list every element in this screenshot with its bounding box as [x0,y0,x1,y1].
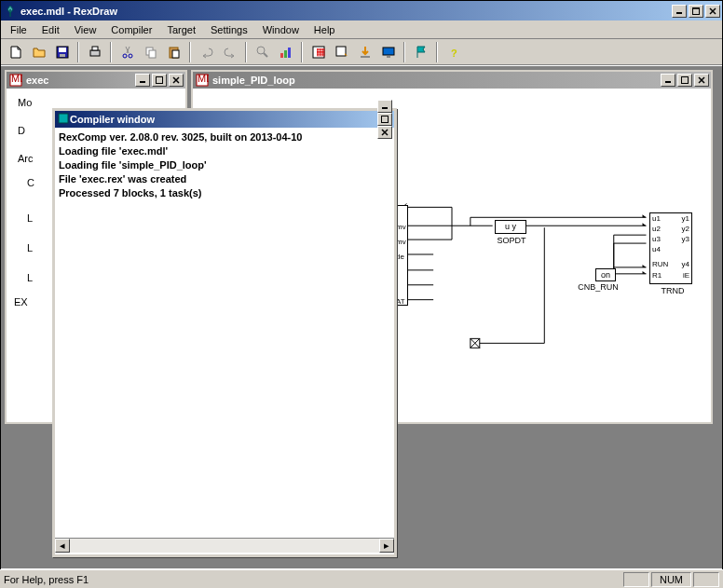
new-file-icon[interactable] [5,42,26,62]
app-title: exec.mdl - RexDraw [20,6,672,17]
compiler-hscrollbar[interactable]: ◂ ▸ [55,538,394,553]
svg-text:MDL: MDL [198,74,209,84]
svg-rect-20 [288,48,291,58]
menu-window[interactable]: Window [255,22,307,37]
cnb-block[interactable]: on [595,268,616,281]
menubar: File Edit View Compiler Target Settings … [1,21,722,39]
svg-rect-8 [90,50,100,56]
compiler-maximize-button[interactable] [377,113,392,126]
port-u4: u4 [652,245,661,253]
port-y2: y2 [682,225,689,233]
menu-help[interactable]: Help [307,22,343,37]
compiler-output[interactable]: RexComp ver. 2.08.0 rev. 3025, built on … [55,128,394,538]
scroll-track[interactable] [70,539,379,553]
compiler-close-button[interactable] [377,126,392,139]
status-pane-num: NUM [651,572,691,587]
compiler-line: RexComp ver. 2.08.0 rev. 3025, built on … [59,130,390,144]
svg-line-43 [471,338,480,348]
port-y4: y4 [682,260,689,268]
menu-edit[interactable]: Edit [34,22,67,37]
undo-icon[interactable] [196,42,217,62]
port-u3: u3 [652,235,661,243]
magnify-icon[interactable] [252,42,273,62]
compiler-line: Loading file 'simple_PID_loop' [59,158,390,172]
scroll-left-icon[interactable]: ◂ [55,539,70,553]
monitor-icon[interactable] [377,42,399,62]
open-file-icon[interactable] [28,42,49,62]
sopdt-block[interactable]: u y [495,220,526,234]
child-minimize-button[interactable] [661,74,675,87]
child-exec-title: exec [26,75,135,86]
svg-text:MDL: MDL [11,74,22,84]
sopdt-label: SOPDT [484,236,539,245]
svg-point-11 [129,54,132,58]
port-sat: AT [396,297,405,306]
child-maximize-button[interactable] [152,74,167,87]
menu-target[interactable]: Target [159,22,203,37]
toolbar-separator [436,42,438,62]
paste-icon[interactable] [163,42,184,62]
port-de: de [396,253,404,261]
compiler-title: Compiler window [70,114,377,125]
menu-view[interactable]: View [67,22,104,37]
status-pane-empty [623,572,649,587]
print-icon[interactable] [84,42,105,62]
svg-rect-26 [387,56,390,58]
svg-rect-37 [682,77,689,84]
child-close-button[interactable] [169,74,184,87]
toolbar-separator [189,42,191,62]
menu-settings[interactable]: Settings [203,22,255,37]
port-r1: R1 [652,271,662,280]
menu-compiler[interactable]: Compiler [103,22,159,37]
maximize-button[interactable] [689,5,703,18]
port-ie: iE [683,271,689,280]
port-run: RUN [652,260,668,268]
svg-rect-15 [172,50,179,58]
cut-icon[interactable] [116,42,138,62]
menu-file[interactable]: File [3,22,34,37]
child-maximize-button[interactable] [677,74,692,87]
svg-line-17 [264,53,267,57]
svg-rect-45 [59,114,68,123]
compiler-line: File 'exec.rex' was created [59,172,390,186]
child-minimize-button[interactable] [135,74,150,87]
copy-icon[interactable] [140,42,161,62]
child-pid-title: simple_PID_loop [212,75,661,86]
mdi-workspace: MDL exec Mo D Arc C L L L EX [1,65,722,568]
svg-text:?: ? [451,48,457,59]
chart-icon[interactable] [275,42,296,62]
close-button[interactable] [705,5,720,18]
toolbar-separator [77,42,79,62]
svg-rect-19 [284,50,287,58]
scroll-right-icon[interactable]: ▸ [379,539,394,553]
svg-rect-7 [60,54,65,57]
compiler-minimize-button[interactable] [377,100,392,113]
save-icon[interactable] [51,42,73,62]
compile-icon[interactable]: ▦ [307,42,329,62]
help-icon[interactable]: ? [443,42,464,62]
app-icon [3,4,18,19]
port-u2: u2 [652,225,661,233]
svg-rect-25 [383,48,394,55]
compile-download-icon[interactable] [331,42,352,62]
status-pane-empty [693,572,719,587]
trnd-block[interactable]: u1 u2 u3 u4 RUN R1 y1 y2 y3 y4 iE [649,212,692,284]
child-close-button[interactable] [694,74,709,87]
cnb-label: CNB_RUN [570,282,626,292]
minimize-button[interactable] [672,5,687,18]
port-mv: mv [396,223,406,231]
status-help-text: For Help, press F1 [4,574,89,585]
compiler-window[interactable]: Compiler window RexComp ver. 2.08.0 rev.… [52,108,397,557]
port-dmv: mv [396,238,406,246]
flag-icon[interactable] [410,42,431,62]
svg-text:▦: ▦ [316,46,325,57]
compiler-line: Loading file 'exec.mdl' [59,144,390,158]
svg-rect-9 [92,47,98,50]
trnd-label: TRND [645,286,701,295]
svg-rect-24 [361,56,370,58]
mdl-icon: MDL [8,73,23,88]
redo-icon[interactable] [219,42,240,62]
svg-rect-6 [59,48,66,52]
download-icon[interactable] [354,42,375,62]
toolbar-separator [110,42,112,62]
